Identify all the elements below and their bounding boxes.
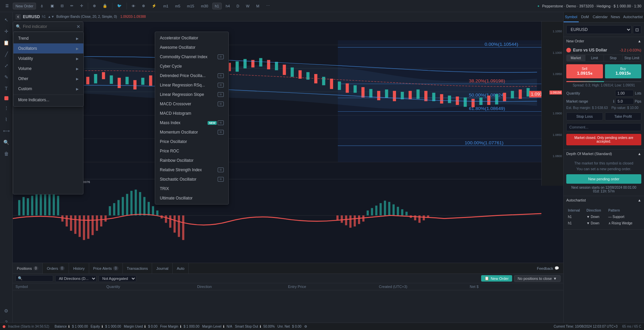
balance-info-icon[interactable]: ℹ — [68, 325, 70, 328]
comment-field[interactable]: Comment... — [566, 123, 641, 131]
time-d-btn[interactable]: D — [234, 3, 242, 9]
time-m30-btn[interactable]: m30 — [198, 3, 211, 9]
new-pending-order-btn[interactable]: New pending order — [566, 174, 641, 184]
tab-history[interactable]: History — [69, 263, 89, 273]
sidebar-settings-icon[interactable]: ⚙ — [1, 306, 11, 316]
symbol-expand-btn[interactable]: ⊡ — [633, 26, 641, 34]
order-type-market[interactable]: Market — [567, 55, 585, 61]
sidebar-line-icon[interactable]: ╱ — [1, 49, 11, 59]
aggregation-select[interactable]: Not Aggregated — [99, 275, 136, 282]
sidebar-expand-icon[interactable]: ⤢ — [1, 61, 11, 71]
chart-type-candle-btn[interactable]: 🕯 — [37, 3, 46, 9]
time-m1-btn[interactable]: m1 — [160, 3, 171, 9]
chart-type-bar-btn[interactable]: ▣ — [48, 2, 57, 9]
dom-header[interactable]: Depth Of Market (Standard) ▲ — [564, 150, 644, 158]
chart-type-line-btn[interactable]: ⊟ — [58, 2, 66, 9]
magnet-btn[interactable]: ⊕ — [90, 2, 99, 9]
indicator-ultimate-oscillator[interactable]: Ultimate Oscillator — [155, 193, 228, 203]
stop-loss-btn[interactable]: Stop Loss — [566, 112, 603, 120]
draw-tool-btn[interactable]: ✏ — [68, 2, 76, 9]
indicator-relative-strength-index[interactable]: Relative Strength Index ⊟ — [155, 165, 228, 175]
no-positions-close-btn[interactable]: No positions to close ▼ — [514, 275, 561, 282]
indicator-detrended-price-oscillator[interactable]: Detrended Price Oscilla... ⊟ — [155, 71, 228, 80]
sidebar-draw-icon[interactable]: 📋 — [1, 38, 11, 48]
category-volatility[interactable]: Volatility ▶ — [13, 53, 83, 64]
smart-stop-info-icon[interactable]: ℹ — [260, 325, 261, 328]
sidebar-pencil-icon[interactable]: ✎ — [1, 72, 11, 82]
buy-button[interactable]: Buy 1.0915₉ — [605, 64, 642, 78]
tab-auto[interactable]: Auto — [173, 263, 189, 273]
indicator-linear-regression-slope[interactable]: Linear Regression Slope ⊟ — [155, 90, 228, 99]
more-indicators-btn[interactable]: More Indicators... — [13, 95, 83, 105]
time-w-btn[interactable]: W — [243, 3, 252, 9]
margin-used-info-icon[interactable]: ℹ — [144, 325, 146, 328]
autochartist-header[interactable]: Autochartist ▲ — [564, 196, 644, 204]
right-tab-news[interactable]: News — [609, 12, 622, 22]
category-other[interactable]: Other ▶ — [13, 74, 83, 84]
category-trend[interactable]: Trend ▶ — [13, 33, 83, 43]
feedback-btn[interactable]: Feedback 💬 — [537, 266, 563, 270]
indicator-btn[interactable]: ⚡ — [149, 2, 159, 9]
tab-positions[interactable]: Positions 0 — [13, 263, 43, 273]
new-order-header[interactable]: New Order ▲ — [564, 37, 644, 45]
category-volume[interactable]: Volume ▶ — [13, 64, 83, 74]
category-oscillators[interactable]: Oscillators ▶ — [13, 43, 83, 53]
indicator-macd-histogram[interactable]: MACD Histogram — [155, 109, 228, 118]
indicator-stochastic-oscillator[interactable]: Stochastic Oscillator ⊟ — [155, 175, 228, 184]
time-m15-btn[interactable]: m15 — [184, 3, 197, 9]
time-h1-btn[interactable]: h1 — [212, 3, 222, 9]
find-indicator-input[interactable] — [23, 24, 74, 29]
indicator-accelerator-oscillator[interactable]: Accelerator Oscillator — [155, 33, 228, 43]
market-range-input[interactable] — [615, 98, 634, 105]
sidebar-zoom-icon[interactable]: 🔍 — [1, 137, 11, 147]
indicator-awesome-oscillator[interactable]: Awesome Oscillator — [155, 43, 228, 52]
indicator-rainbow-oscillator[interactable]: Rainbow Oscillator — [155, 156, 228, 165]
sidebar-cursor-icon[interactable]: ↖ — [1, 15, 11, 25]
take-profit-btn[interactable]: Take Profit — [605, 112, 642, 120]
tab-journal[interactable]: Journal — [152, 263, 173, 273]
right-tab-dom[interactable]: DoM — [579, 12, 592, 22]
indicator-mass-index[interactable]: Mass Index NEW ⊟ — [155, 118, 228, 127]
sidebar-color-icon[interactable] — [4, 96, 8, 100]
time-m-btn[interactable]: M — [253, 3, 262, 9]
tab-transactions[interactable]: Transactions — [123, 263, 152, 273]
indicator-commodity-channel-index[interactable]: Commodity Channel Index ⊟ — [155, 52, 228, 62]
tab-price-alerts[interactable]: Price Alerts 0 — [89, 263, 123, 273]
right-tab-symbol[interactable]: Symbol — [564, 12, 579, 22]
info-icon[interactable]: ℹ — [613, 99, 614, 104]
lock-btn[interactable]: 🔒 — [100, 2, 110, 9]
layers-btn[interactable]: ⊕ — [139, 2, 148, 9]
tab-orders[interactable]: Orders 0 — [43, 263, 69, 273]
category-custom[interactable]: Custom ▶ — [13, 84, 83, 94]
new-order-bottom-btn[interactable]: 📋 New Order — [481, 275, 512, 282]
order-type-stop-limit[interactable]: Stop Limit — [623, 55, 641, 61]
crosshair-btn[interactable]: ✛ — [77, 2, 86, 9]
equity-info-icon[interactable]: ℹ — [102, 325, 103, 328]
indicator-cyber-cycle[interactable]: Cyber Cycle — [155, 62, 228, 71]
right-tab-autochartist[interactable]: Autochartist — [622, 12, 644, 22]
time-m5-btn[interactable]: m5 — [172, 3, 183, 9]
sidebar-measure-icon[interactable]: ⟷ — [1, 126, 11, 136]
time-h4-btn[interactable]: h4 — [223, 3, 232, 9]
sell-button[interactable]: Sell 1.0915₆ — [566, 64, 603, 78]
order-type-limit[interactable]: Limit — [585, 55, 604, 61]
sidebar-fib-icon[interactable]: ⋮ — [1, 103, 11, 113]
settings-gear-icon[interactable]: ⚙ — [304, 325, 307, 328]
indicator-macd-crossover[interactable]: MACD Crossover ⊟ — [155, 99, 228, 109]
sidebar-text-icon[interactable]: T — [1, 83, 11, 94]
eye-btn[interactable]: 👁 — [129, 3, 138, 9]
quantity-input[interactable] — [615, 90, 634, 97]
close-icon[interactable]: ✕ — [76, 24, 80, 29]
bottom-search-input[interactable] — [24, 277, 51, 281]
order-type-stop[interactable]: Stop — [604, 55, 623, 61]
indicator-price-oscillator[interactable]: Price Oscillator — [155, 137, 228, 146]
hamburger-menu-btn[interactable]: ☰ — [3, 2, 11, 9]
more-timeframes-btn[interactable]: ⋯ — [263, 2, 273, 9]
indicator-trix[interactable]: TRIX — [155, 184, 228, 193]
twitter-btn[interactable]: 🐦 — [114, 2, 124, 9]
symbol-dropdown[interactable]: EURUSD — [566, 25, 632, 34]
indicator-linear-regression-rsq[interactable]: Linear Regression RSq... ⊟ — [155, 80, 228, 90]
free-margin-info-icon[interactable]: ℹ — [180, 325, 181, 328]
all-directions-select[interactable]: All Directions (D... — [55, 275, 97, 282]
indicator-momentum-oscillator[interactable]: Momentum Oscillator ⊟ — [155, 127, 228, 137]
